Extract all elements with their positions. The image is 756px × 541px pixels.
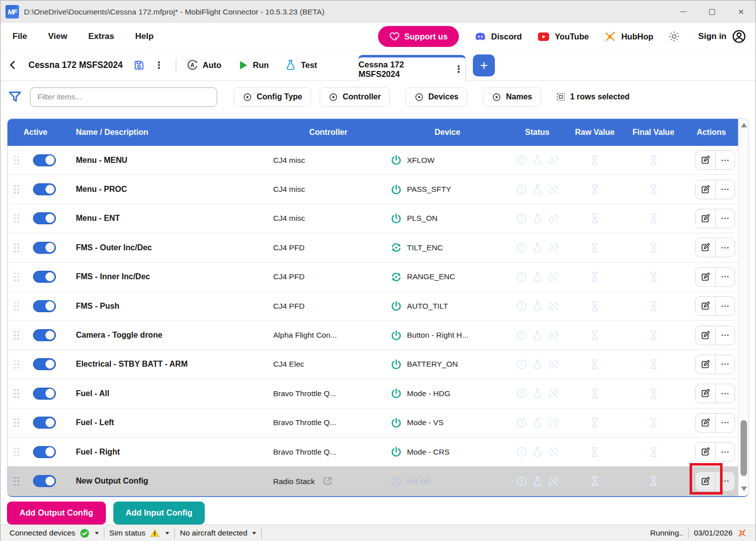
more-actions-button[interactable] <box>715 151 735 169</box>
table-row[interactable]: Menu - PROC CJ4 misc PASS_SFTY <box>7 175 738 204</box>
filter-pill-config-type[interactable]: Config Type <box>234 87 311 107</box>
filter-pill-devices[interactable]: Devices <box>405 87 468 107</box>
table-row[interactable]: Fuel - All Bravo Throttle Q... Mode - HD… <box>7 379 738 408</box>
scrollbar-thumb[interactable] <box>741 420 747 476</box>
table-row[interactable]: Menu - ENT CJ4 misc PLS_ON <box>7 204 738 233</box>
edit-button[interactable] <box>696 238 715 257</box>
active-toggle[interactable] <box>33 358 56 370</box>
add-tab-button[interactable]: + <box>473 54 495 76</box>
close-button[interactable]: ✕ <box>727 0 756 23</box>
table-row[interactable]: Fuel - Right Bravo Throttle Q... Mode - … <box>7 438 738 467</box>
more-actions-button[interactable] <box>715 268 735 286</box>
col-controller[interactable]: Controller <box>269 128 387 137</box>
col-status[interactable]: Status <box>507 128 567 137</box>
menu-help[interactable]: Help <box>135 31 154 41</box>
active-toggle[interactable] <box>33 388 56 400</box>
more-actions-button[interactable] <box>715 384 735 403</box>
edit-button[interactable] <box>696 151 715 169</box>
project-menu-kebab-icon[interactable]: ⋮ <box>152 59 166 71</box>
edit-button[interactable] <box>696 355 715 374</box>
edit-button[interactable] <box>696 472 715 491</box>
active-toggle[interactable] <box>33 417 56 429</box>
active-toggle[interactable] <box>33 183 56 195</box>
drag-handle-icon[interactable] <box>7 302 25 311</box>
aircraft-status[interactable]: No aircraft detected <box>175 529 261 538</box>
save-icon[interactable] <box>133 59 145 71</box>
filter-pill-controller[interactable]: Controller <box>320 87 389 107</box>
sign-in-button[interactable]: Sign in <box>698 29 747 44</box>
edit-button[interactable] <box>696 209 715 228</box>
drag-handle-icon[interactable] <box>7 448 25 457</box>
drag-handle-icon[interactable] <box>7 185 25 194</box>
more-actions-button[interactable] <box>715 180 735 199</box>
col-device[interactable]: Device <box>387 128 507 137</box>
test-button[interactable]: Test <box>285 59 317 71</box>
more-actions-button[interactable] <box>715 238 735 257</box>
sim-status[interactable]: Sim status <box>104 528 174 539</box>
drag-handle-icon[interactable] <box>7 389 25 398</box>
edit-button[interactable] <box>696 297 715 315</box>
support-us-button[interactable]: $ Support us <box>378 26 459 47</box>
vertical-scrollbar[interactable] <box>738 119 749 496</box>
active-toggle[interactable] <box>33 212 56 224</box>
drag-handle-icon[interactable] <box>7 360 25 369</box>
menu-extras[interactable]: Extras <box>88 31 114 41</box>
edit-button[interactable] <box>696 414 715 432</box>
more-actions-button[interactable] <box>715 414 735 432</box>
connected-devices-status[interactable]: Connected devices <box>4 528 104 539</box>
scroll-down-icon[interactable] <box>739 487 749 491</box>
col-final-value[interactable]: Final Value <box>622 128 685 137</box>
add-output-config-button[interactable]: Add Output Config <box>7 502 106 525</box>
col-name-description[interactable]: Name / Description <box>63 128 269 137</box>
edit-button[interactable] <box>696 268 715 286</box>
maximize-button[interactable] <box>698 0 727 23</box>
drag-handle-icon[interactable] <box>7 273 25 282</box>
drag-handle-icon[interactable] <box>7 477 25 486</box>
filter-items-input[interactable] <box>30 87 217 107</box>
table-row[interactable]: New Output Config Radio Stack <box>7 467 738 496</box>
active-toggle[interactable] <box>33 154 56 166</box>
edit-button[interactable] <box>696 443 715 461</box>
minimize-button[interactable] <box>669 0 698 23</box>
drag-handle-icon[interactable] <box>7 331 25 340</box>
theme-sun-icon[interactable] <box>668 30 680 42</box>
col-actions[interactable]: Actions <box>685 128 738 137</box>
drag-handle-icon[interactable] <box>7 418 25 427</box>
more-actions-button[interactable] <box>715 443 735 461</box>
more-actions-button[interactable] <box>715 209 735 228</box>
more-actions-button[interactable] <box>715 326 735 345</box>
run-button[interactable]: Run <box>237 59 269 71</box>
drag-handle-icon[interactable] <box>7 156 25 165</box>
table-row[interactable]: Camera - Toggle drone Alpha Flight Con..… <box>7 321 738 350</box>
table-row[interactable]: Electrical - STBY BATT - ARM CJ4 Elec BA… <box>7 350 738 379</box>
more-actions-button[interactable] <box>715 297 735 315</box>
tab-menu-kebab-icon[interactable]: ⋮ <box>452 63 465 75</box>
menu-view[interactable]: View <box>48 31 67 41</box>
active-toggle[interactable] <box>33 271 56 283</box>
edit-button[interactable] <box>696 384 715 403</box>
table-row[interactable]: Menu - MENU CJ4 misc XFLOW <box>7 146 738 175</box>
hubhop-link[interactable]: HubHop <box>604 30 653 43</box>
menu-file[interactable]: File <box>12 31 27 41</box>
active-toggle[interactable] <box>33 475 56 487</box>
col-active[interactable]: Active <box>7 128 63 137</box>
more-actions-button[interactable] <box>715 472 735 491</box>
drag-handle-icon[interactable] <box>7 243 25 252</box>
table-row[interactable]: Fuel - Left Bravo Throttle Q... Mode - V… <box>7 409 738 438</box>
filter-pill-names[interactable]: Names <box>483 87 541 107</box>
active-toggle[interactable] <box>33 446 56 458</box>
table-row[interactable]: FMS - Push CJ4 PFD AUTO_TILT <box>7 292 738 321</box>
edit-button[interactable] <box>696 180 715 199</box>
youtube-link[interactable]: YouTube <box>537 30 589 43</box>
active-toggle[interactable] <box>33 300 56 312</box>
drag-handle-icon[interactable] <box>7 214 25 223</box>
table-row[interactable]: FMS - Outer Inc/Dec CJ4 PFD TIL <box>7 233 738 262</box>
more-actions-button[interactable] <box>715 355 735 374</box>
back-chevron-icon[interactable] <box>7 59 18 70</box>
edit-button[interactable] <box>696 326 715 345</box>
external-link-icon[interactable] <box>322 476 333 487</box>
active-toggle[interactable] <box>33 329 56 341</box>
col-raw-value[interactable]: Raw Value <box>567 128 622 137</box>
tab-cessna-172-msfs2024[interactable]: Cessna 172 MSFS2024 ⋮ <box>358 55 466 81</box>
discord-link[interactable]: Discord <box>474 30 522 43</box>
